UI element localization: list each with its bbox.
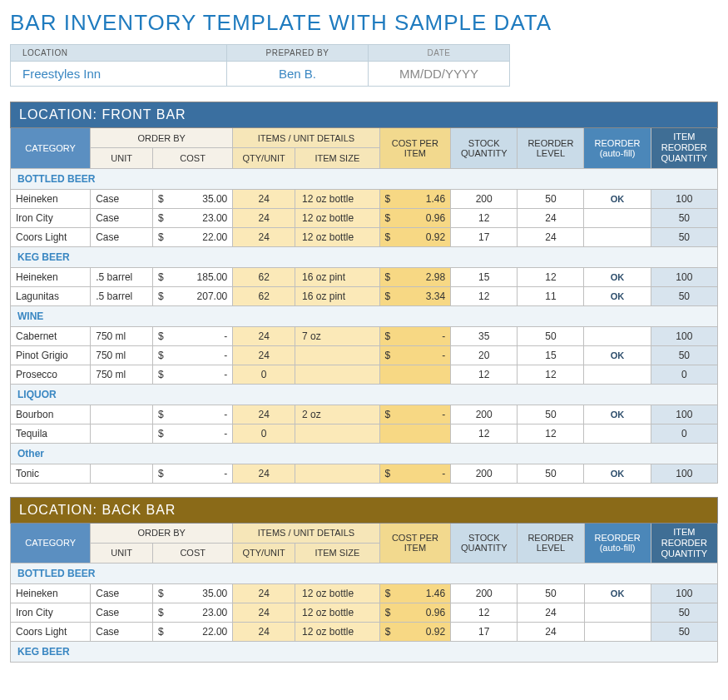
stock-qty[interactable]: 200 xyxy=(451,189,518,208)
stock-qty[interactable]: 12 xyxy=(451,286,518,305)
item-qty[interactable]: 24 xyxy=(233,623,295,642)
item-reorder-qty[interactable]: 50 xyxy=(651,227,717,246)
item-unit[interactable]: 750 ml xyxy=(91,326,153,345)
reorder-level[interactable]: 24 xyxy=(518,603,584,623)
cost-per-item[interactable]: $1.46 xyxy=(379,584,451,603)
item-reorder-qty[interactable]: 100 xyxy=(651,405,717,424)
item-qty[interactable]: 62 xyxy=(233,267,295,286)
cost-per-item[interactable] xyxy=(379,365,451,384)
cost-per-item[interactable]: $0.92 xyxy=(379,623,451,642)
cost-per-item[interactable]: $- xyxy=(379,405,451,424)
item-cost[interactable]: $23.00 xyxy=(153,603,233,623)
reorder-level[interactable]: 50 xyxy=(518,326,584,345)
stock-qty[interactable]: 200 xyxy=(451,584,518,603)
reorder-level[interactable]: 50 xyxy=(518,584,584,603)
item-name[interactable]: Prosecco xyxy=(11,365,91,384)
item-reorder-qty[interactable]: 100 xyxy=(651,189,717,208)
item-cost[interactable]: $- xyxy=(153,345,233,365)
meta-location[interactable]: Freestyles Inn xyxy=(11,62,227,87)
item-size[interactable]: 12 oz bottle xyxy=(295,208,380,227)
item-unit[interactable]: 750 ml xyxy=(91,365,153,384)
item-name[interactable]: Heineken xyxy=(11,267,91,286)
item-name[interactable]: Iron City xyxy=(11,603,91,623)
item-cost[interactable]: $22.00 xyxy=(153,623,233,642)
item-name[interactable]: Pinot Grigio xyxy=(11,345,91,365)
item-cost[interactable]: $- xyxy=(153,405,233,424)
item-size[interactable] xyxy=(295,365,380,384)
item-size[interactable]: 12 oz bottle xyxy=(295,603,380,623)
meta-prepared[interactable]: Ben B. xyxy=(227,62,369,87)
cost-per-item[interactable]: $0.96 xyxy=(379,603,451,623)
stock-qty[interactable]: 15 xyxy=(451,267,518,286)
item-name[interactable]: Heineken xyxy=(11,584,91,603)
item-reorder-qty[interactable]: 100 xyxy=(651,267,717,286)
stock-qty[interactable]: 200 xyxy=(451,405,518,424)
item-qty[interactable]: 0 xyxy=(233,365,295,384)
stock-qty[interactable]: 12 xyxy=(451,424,518,443)
item-name[interactable]: Tonic xyxy=(11,464,91,483)
reorder-level[interactable]: 11 xyxy=(518,286,584,305)
item-size[interactable]: 7 oz xyxy=(295,326,380,345)
item-size[interactable]: 12 oz bottle xyxy=(295,584,380,603)
cost-per-item[interactable]: $- xyxy=(379,345,451,365)
item-size[interactable] xyxy=(295,424,380,443)
item-unit[interactable] xyxy=(91,405,153,424)
item-qty[interactable]: 24 xyxy=(233,326,295,345)
cost-per-item[interactable]: $- xyxy=(379,326,451,345)
item-cost[interactable]: $35.00 xyxy=(153,584,233,603)
item-qty[interactable]: 24 xyxy=(233,584,295,603)
item-name[interactable]: Coors Light xyxy=(11,623,91,642)
stock-qty[interactable]: 35 xyxy=(451,326,518,345)
reorder-level[interactable]: 50 xyxy=(518,189,584,208)
item-cost[interactable]: $- xyxy=(153,365,233,384)
item-reorder-qty[interactable]: 50 xyxy=(651,345,717,365)
item-size[interactable]: 2 oz xyxy=(295,405,380,424)
item-unit[interactable]: Case xyxy=(91,227,153,246)
item-qty[interactable]: 24 xyxy=(233,405,295,424)
reorder-level[interactable]: 50 xyxy=(518,405,584,424)
item-qty[interactable]: 24 xyxy=(233,227,295,246)
item-unit[interactable]: Case xyxy=(91,189,153,208)
item-reorder-qty[interactable]: 50 xyxy=(651,603,717,623)
item-reorder-qty[interactable]: 100 xyxy=(651,326,717,345)
cost-per-item[interactable]: $- xyxy=(379,464,451,483)
stock-qty[interactable]: 17 xyxy=(451,623,518,642)
item-cost[interactable]: $- xyxy=(153,464,233,483)
item-unit[interactable]: .5 barrel xyxy=(91,267,153,286)
stock-qty[interactable]: 12 xyxy=(451,208,518,227)
cost-per-item[interactable]: $2.98 xyxy=(379,267,451,286)
item-size[interactable]: 12 oz bottle xyxy=(295,227,380,246)
cost-per-item[interactable] xyxy=(379,424,451,443)
item-size[interactable]: 16 oz pint xyxy=(295,286,380,305)
item-reorder-qty[interactable]: 50 xyxy=(651,623,717,642)
item-cost[interactable]: $23.00 xyxy=(153,208,233,227)
item-name[interactable]: Bourbon xyxy=(11,405,91,424)
item-unit[interactable]: 750 ml xyxy=(91,345,153,365)
item-reorder-qty[interactable]: 0 xyxy=(651,365,717,384)
reorder-level[interactable]: 12 xyxy=(518,267,584,286)
reorder-level[interactable]: 15 xyxy=(518,345,584,365)
item-name[interactable]: Tequila xyxy=(11,424,91,443)
item-unit[interactable]: Case xyxy=(91,623,153,642)
reorder-level[interactable]: 12 xyxy=(518,365,584,384)
item-qty[interactable]: 24 xyxy=(233,345,295,365)
item-name[interactable]: Cabernet xyxy=(11,326,91,345)
item-size[interactable] xyxy=(295,464,380,483)
item-name[interactable]: Heineken xyxy=(11,189,91,208)
item-cost[interactable]: $35.00 xyxy=(153,189,233,208)
item-size[interactable] xyxy=(295,345,380,365)
stock-qty[interactable]: 17 xyxy=(451,227,518,246)
item-cost[interactable]: $22.00 xyxy=(153,227,233,246)
item-name[interactable]: Lagunitas xyxy=(11,286,91,305)
reorder-level[interactable]: 24 xyxy=(518,227,584,246)
item-size[interactable]: 12 oz bottle xyxy=(295,189,380,208)
item-cost[interactable]: $185.00 xyxy=(153,267,233,286)
item-qty[interactable]: 24 xyxy=(233,464,295,483)
item-qty[interactable]: 24 xyxy=(233,208,295,227)
reorder-level[interactable]: 24 xyxy=(518,208,584,227)
cost-per-item[interactable]: $0.96 xyxy=(379,208,451,227)
item-reorder-qty[interactable]: 100 xyxy=(651,464,717,483)
reorder-level[interactable]: 24 xyxy=(518,623,584,642)
item-unit[interactable] xyxy=(91,424,153,443)
item-cost[interactable]: $- xyxy=(153,424,233,443)
